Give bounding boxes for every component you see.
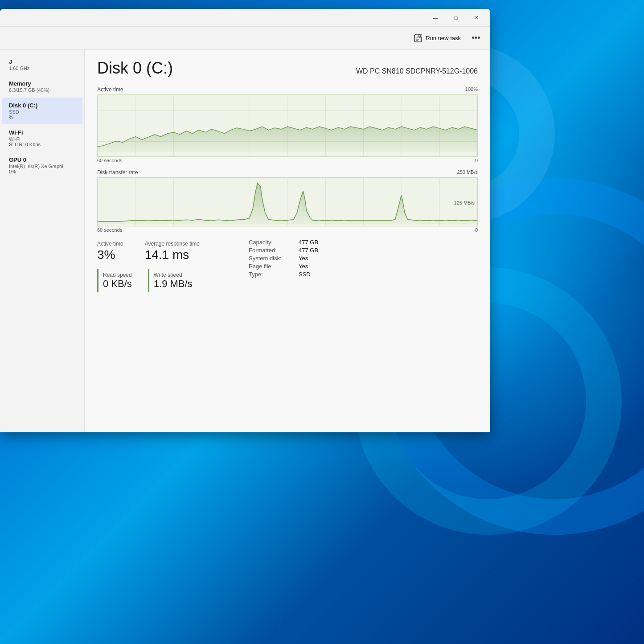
title-bar: — □ ✕ [0,9,490,27]
info-table: Capacity: 477 GB Formatted: 477 GB Syste… [249,239,318,292]
capacity-label: Capacity: [249,239,293,246]
main-content: J 1.60 GHz Memory 6.3/15.7 GB (40%) Disk… [0,50,490,432]
disk-sublabel: SSD [9,109,75,115]
active-time-stat: Active time 3% [97,239,123,264]
transfer-rate-chart-section: Disk transfer rate 250 MB/s [97,169,478,233]
sidebar-item-gpu[interactable]: GPU 0 Intel(R) Iris(R) Xe Graphi 0% [2,152,82,179]
chart1-right-label: 100% [465,86,478,93]
disk-header: Disk 0 (C:) WD PC SN810 SDCPNRY-512G-100… [97,59,478,78]
more-options-button[interactable]: ••• [469,31,483,45]
type-row: Type: SSD [249,271,318,278]
page-file-row: Page file: Yes [249,263,318,270]
active-time-chart-section: Active time 100% [97,86,478,163]
formatted-label: Formatted: [249,247,293,254]
wifi-label: Wi-Fi [9,129,75,136]
capacity-value: 477 GB [299,239,318,246]
active-time-chart [97,94,478,157]
disk-model: WD PC SN810 SDCPNRY-512G-1006 [356,67,478,75]
active-time-svg [98,95,477,156]
write-speed-value: 1.9 MB/s [154,278,193,290]
read-speed-label: Read speed [103,272,132,278]
system-disk-value: Yes [299,255,308,262]
run-new-task-button[interactable]: Run new task [408,32,467,45]
detail-panel: Disk 0 (C:) WD PC SN810 SDCPNRY-512G-100… [85,50,490,432]
formatted-row: Formatted: 477 GB [249,247,318,254]
chart2-right-label: 250 MB/s [457,169,478,176]
disk-value: % [9,115,75,120]
task-manager-window: — □ ✕ Run new task ••• J 1.60 GHz [0,9,490,432]
sidebar: J 1.60 GHz Memory 6.3/15.7 GB (40%) Disk… [0,50,85,432]
avg-response-value: 14.1 ms [145,248,200,262]
chart2-bottom-left: 60 seconds [97,227,122,233]
chart2-bottom-right: 0 [475,227,478,233]
avg-response-label: Average response time [145,241,200,247]
main-stats-row: Active time 3% Average response time 14.… [97,239,231,264]
wifi-value: S: 0 R: 0 Kbps [9,142,75,147]
sidebar-item-cpu[interactable]: J 1.60 GHz [2,54,82,75]
gpu-sublabel: Intel(R) Iris(R) Xe Graphi [9,164,75,169]
sidebar-item-memory[interactable]: Memory 6.3/15.7 GB (40%) [2,76,82,97]
chart1-bottom-right: 0 [475,158,478,163]
transfer-rate-svg [98,178,477,226]
stats-left: Active time 3% Average response time 14.… [97,239,231,292]
write-speed-label: Write speed [154,272,193,278]
cpu-label: J [9,58,75,65]
type-label: Type: [249,271,293,278]
more-dots: ••• [472,33,480,43]
type-value: SSD [299,271,311,278]
formatted-value: 477 GB [299,247,318,254]
app-header: Run new task ••• [0,27,490,50]
system-disk-row: System disk: Yes [249,255,318,262]
chart2-label: Disk transfer rate [97,169,138,176]
wifi-sublabel: Wi-Fi [9,136,75,142]
avg-response-stat: Average response time 14.1 ms [145,239,200,264]
gpu-value: 0% [9,169,75,174]
stats-area: Active time 3% Average response time 14.… [97,239,478,292]
transfer-rate-chart: 125 MB/s [97,177,478,226]
system-disk-label: System disk: [249,255,293,262]
close-button[interactable]: ✕ [466,11,487,25]
chart1-bottom-row: 60 seconds 0 [97,158,478,163]
maximize-button[interactable]: □ [446,11,466,25]
run-task-icon [414,34,422,42]
chart2-bottom-row: 60 seconds 0 [97,227,478,233]
cpu-sublabel: 1.60 GHz [9,66,75,71]
write-speed-block: Write speed 1.9 MB/s [148,269,200,292]
title-bar-controls: — □ ✕ [425,11,487,25]
disk-title: Disk 0 (C:) [97,59,173,78]
sidebar-item-wifi[interactable]: Wi-Fi Wi-Fi S: 0 R: 0 Kbps [2,125,82,152]
speed-row: Read speed 0 KB/s Write speed 1.9 MB/s [97,269,231,292]
chart1-label-row: Active time 100% [97,86,478,93]
memory-label: Memory [9,80,75,87]
run-new-task-label: Run new task [426,35,461,41]
chart2-label-row: Disk transfer rate 250 MB/s [97,169,478,176]
capacity-row: Capacity: 477 GB [249,239,318,246]
active-time-stat-value: 3% [97,248,123,262]
read-speed-value: 0 KB/s [103,278,132,290]
chart1-bottom-left: 60 seconds [97,158,122,163]
page-file-value: Yes [299,263,308,270]
disk-label: Disk 0 (C:) [9,102,75,109]
active-time-stat-label: Active time [97,241,123,247]
sidebar-item-disk[interactable]: Disk 0 (C:) SSD % [2,98,82,124]
page-file-label: Page file: [249,263,293,270]
chart1-label: Active time [97,86,123,93]
gpu-label: GPU 0 [9,156,75,163]
read-speed-block: Read speed 0 KB/s [97,269,139,292]
minimize-button[interactable]: — [425,11,446,25]
memory-sublabel: 6.3/15.7 GB (40%) [9,87,75,93]
